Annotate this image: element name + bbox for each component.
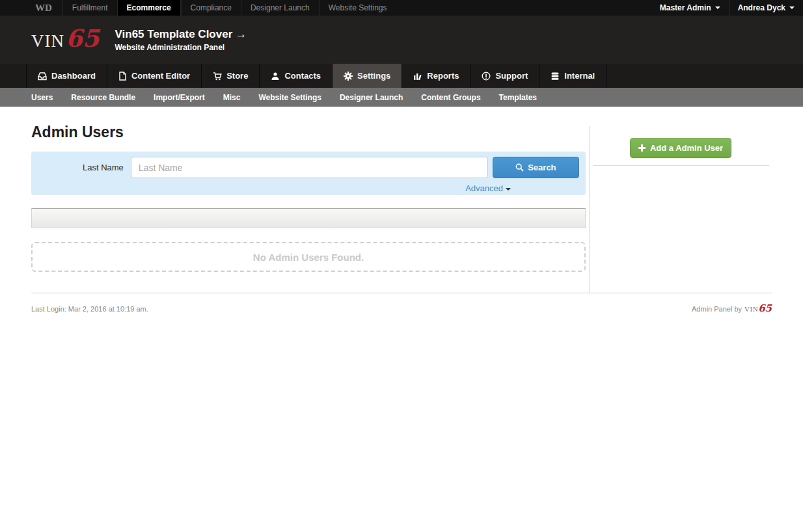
tab-reports[interactable]: Reports [402,64,470,88]
last-name-label: Last Name [31,163,131,172]
search-icon [515,163,524,172]
settings-sub-navigation: Users Resource Bundle Import/Export Misc… [0,88,803,107]
plus-icon [638,144,646,152]
subnav-item-website-settings[interactable]: Website Settings [249,93,330,102]
footer-credit: Admin Panel by VIN 65 [692,302,772,314]
topbar-item-ecommerce[interactable]: Ecommerce [117,0,181,16]
top-utility-bar: WD Fulfillment Ecommerce Compliance Desi… [0,0,803,16]
tab-label: Store [226,71,248,81]
topbar-item-website-settings[interactable]: Website Settings [319,0,396,16]
footer-divider [31,293,772,293]
tab-label: Support [495,71,528,81]
sidebar-divider [593,165,769,166]
admin-panel-subtitle: Website Administration Panel [115,43,247,52]
content-area: Admin Users Last Name Search Advanced No… [0,124,803,272]
subnav-item-misc[interactable]: Misc [214,93,250,102]
search-button[interactable]: Search [493,157,579,178]
topbar-item-designer-launch[interactable]: Designer Launch [241,0,319,16]
credit-vin65-logo-vin: VIN [744,305,758,313]
master-admin-label: Master Admin [660,3,711,12]
topbar-spacer [396,0,651,16]
gear-icon [344,72,353,81]
topbar-item-fulfillment[interactable]: Fulfillment [62,0,117,16]
vin65-logo[interactable]: VIN 65 [31,29,100,51]
vin65-logo-vin: VIN [31,31,64,51]
subnav-item-templates[interactable]: Templates [490,93,546,102]
empty-results-message: No Admin Users Found. [253,252,364,263]
advanced-search-toggle[interactable]: Advanced [465,183,511,193]
tab-dashboard[interactable]: Dashboard [26,64,107,88]
subnav-item-resource-bundle[interactable]: Resource Bundle [62,93,144,102]
tab-content-editor[interactable]: Content Editor [107,64,202,88]
topbar-item-compliance[interactable]: Compliance [181,0,241,16]
exclamation-circle-icon [482,72,491,81]
subnav-item-content-groups[interactable]: Content Groups [412,93,489,102]
credit-text: Admin Panel by [692,305,742,313]
last-login-text: Last Login: Mar 2, 2016 at 10:19 am. [31,305,148,313]
user-name-label: Andrea Dyck [738,3,785,12]
tab-contacts[interactable]: Contacts [260,64,333,88]
database-icon [551,72,560,81]
person-icon [271,72,280,81]
chevron-down-icon [715,7,720,9]
master-admin-menu[interactable]: Master Admin [651,0,729,16]
tab-label: Settings [357,71,390,81]
results-grid-header [31,208,586,228]
subnav-item-import-export[interactable]: Import/Export [144,93,214,102]
tab-label: Content Editor [131,71,190,81]
wd-logo[interactable]: WD [0,0,62,16]
search-button-label: Search [528,163,556,172]
footer: Last Login: Mar 2, 2016 at 10:19 am. Adm… [31,302,772,314]
search-panel: Last Name Search Advanced [31,152,586,195]
dashboard-icon [38,72,47,81]
tab-label: Reports [427,71,459,81]
add-admin-user-label: Add a Admin User [650,143,723,153]
cart-icon [213,72,222,81]
site-title-link[interactable]: Vin65 Template Clover → [115,28,247,41]
document-icon [118,72,127,81]
brand-header: VIN 65 Vin65 Template Clover → Website A… [0,16,803,64]
user-menu-andrea-dyck[interactable]: Andrea Dyck [729,0,803,16]
tab-support[interactable]: Support [470,64,539,88]
credit-vin65-logo-65: 65 [758,302,772,314]
chevron-down-icon [789,7,795,9]
last-name-input[interactable] [131,157,488,178]
add-admin-user-button[interactable]: Add a Admin User [630,138,731,158]
tab-internal[interactable]: Internal [539,64,606,88]
caret-down-icon [506,188,511,191]
tab-settings[interactable]: Settings [333,64,402,88]
right-sidebar: Add a Admin User [590,124,772,166]
vin65-logo-65: 65 [66,29,100,48]
main-navigation: Dashboard Content Editor Store Contacts … [0,64,803,88]
tab-label: Internal [564,71,595,81]
tab-label: Contacts [284,71,321,81]
empty-results-box: No Admin Users Found. [31,242,586,272]
subnav-item-users[interactable]: Users [22,93,62,102]
tab-store[interactable]: Store [202,64,260,88]
advanced-label: Advanced [465,183,503,193]
bar-chart-icon [413,72,422,81]
subnav-item-designer-launch[interactable]: Designer Launch [331,93,412,102]
tab-label: Dashboard [51,71,96,81]
